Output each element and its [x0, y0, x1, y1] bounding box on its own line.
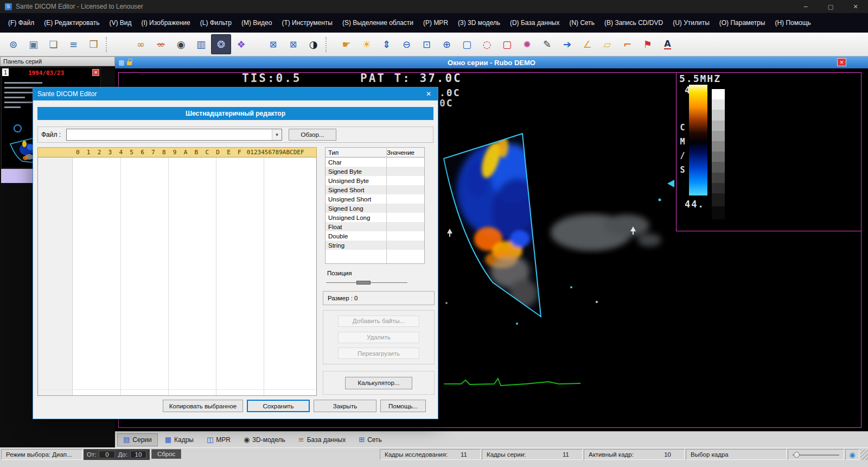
menu-item[interactable]: (I) Изображение [136, 13, 195, 33]
menu-item[interactable]: (N) Сеть [564, 13, 599, 33]
text-tool-button[interactable]: A [658, 34, 678, 54]
edit-database-icon: ≡ [69, 40, 78, 49]
flip-vertical-icon: ⊠ [290, 40, 297, 49]
close-icon[interactable]: ✕ [843, 0, 868, 13]
menu-item[interactable]: (V) Вид [104, 13, 136, 33]
arrow-tool-button[interactable]: ➔ [557, 34, 577, 54]
flip-horizontal-button[interactable]: ⊠ [263, 34, 283, 54]
zoom-region-button[interactable]: ⊡ [417, 34, 437, 54]
menu-item[interactable]: (H) Помощь [770, 13, 815, 33]
text-tool-icon: A [664, 40, 671, 49]
slider-thumb[interactable] [356, 281, 371, 285]
tab-mpr[interactable]: ◫ MPR [201, 433, 237, 446]
network-globe-icon[interactable]: ◉ [845, 449, 859, 460]
frame-select-slider[interactable] [788, 449, 844, 460]
range-to-value[interactable]: 10 [130, 451, 146, 458]
overlay-text-fragment: 0C [439, 97, 454, 109]
aperture-icon: ❂ [217, 40, 225, 49]
pan-hand-button[interactable]: ☛ [336, 34, 356, 54]
select-rect-red-button[interactable]: ▢ [497, 34, 517, 54]
reset-button[interactable]: Сброс [151, 449, 181, 459]
link-series-button[interactable]: ∞ [131, 34, 151, 54]
tab-network[interactable]: ⊞ Сеть [353, 433, 388, 446]
eraser-tool-button[interactable]: ▱ [597, 34, 617, 54]
thumbnail-close-icon[interactable]: ✕ [92, 69, 99, 76]
close-button[interactable]: Закрыть [314, 400, 376, 412]
menu-item[interactable]: (F) Файл [3, 13, 39, 33]
maximize-icon[interactable]: ▢ [818, 0, 843, 13]
flag-tool-button[interactable]: ⚑ [637, 34, 658, 54]
toolbar-handle[interactable] [326, 37, 328, 52]
zoom-in-button[interactable]: ⊕ [437, 34, 457, 54]
copy-selected-button[interactable]: Копировать выбранное [163, 400, 243, 412]
menu-item[interactable]: (3) 3D модель [453, 13, 505, 33]
value-table-row: Unsigned Long [326, 213, 424, 222]
zoom-out-button[interactable]: ⊖ [397, 34, 417, 54]
tab-3d-model[interactable]: ◉ 3D-модель [238, 433, 291, 446]
menu-item[interactable]: (M) Видео [237, 13, 277, 33]
menu-item[interactable]: (D) База данных [505, 13, 564, 33]
tab-frames[interactable]: ▦ Кадры [159, 433, 200, 446]
menu-item[interactable]: (T) Инструменты [277, 13, 337, 33]
add-bytes-button[interactable]: Добавить байты... [338, 315, 419, 327]
status-study-frames: Кадры исследования: 11 [380, 449, 481, 460]
menu-item[interactable]: (P) MPR [418, 13, 453, 33]
export-image-button[interactable]: ❏ [43, 34, 63, 54]
chevron-down-icon[interactable]: ▾ [272, 129, 282, 140]
range-from-value[interactable]: 0 [99, 451, 115, 458]
save-study-button[interactable]: ▣ [23, 34, 43, 54]
dialog-titlebar[interactable]: Sante DICOM Editor ✕ [33, 87, 438, 100]
reload-button[interactable]: Перезагрузить [338, 348, 419, 359]
menu-item[interactable]: (L) Фильтр [195, 13, 237, 33]
status-selection-mode: Режим выбора: Диап... [1, 449, 82, 460]
flip-vertical-button[interactable]: ⊠ [283, 34, 303, 54]
zoom-out-icon: ⊖ [403, 40, 411, 49]
brightness-button[interactable]: ☀ [356, 34, 376, 54]
line-tool-button[interactable]: ✎ [537, 34, 557, 54]
aperture-button[interactable]: ❂ [211, 34, 231, 54]
unlink-series-button[interactable]: ∞ [151, 34, 171, 54]
menu-item[interactable]: (U) Утилиты [668, 13, 714, 33]
value-table-row: Unsigned Short [326, 194, 424, 204]
save-button[interactable]: Сохранить [247, 400, 310, 412]
resize-grip[interactable] [860, 449, 868, 460]
series-window-close-icon[interactable]: ✕ [837, 58, 846, 66]
edit-database-button[interactable]: ≡ [63, 34, 84, 54]
corner-tool-button[interactable]: ⌐ [617, 34, 637, 54]
minimize-icon[interactable]: − [793, 0, 818, 13]
calculator-button[interactable]: Калькулятор... [345, 377, 412, 389]
pan-hand-icon: ☛ [342, 40, 350, 49]
menu-item[interactable]: (E) Редактировать [39, 13, 104, 33]
file-combo[interactable]: ▾ [66, 129, 282, 141]
hex-editor-dialog: Sante DICOM Editor ✕ Шестнадцатеричный р… [33, 87, 438, 419]
menu-item[interactable]: (S) Выделение области [337, 13, 418, 33]
file-combo-input[interactable] [67, 129, 272, 140]
tab-series[interactable]: ▤ Серии [117, 433, 158, 446]
arrow-tool-icon: ➔ [563, 40, 571, 49]
browse-button[interactable]: Обзор... [289, 129, 336, 141]
toolbar-handle[interactable] [106, 37, 108, 52]
color-sphere-button[interactable]: ✹ [517, 34, 537, 54]
delete-button[interactable]: Удалить [338, 332, 419, 343]
position-slider[interactable] [326, 281, 407, 285]
invert-image-button[interactable]: ◑ [303, 34, 323, 54]
palette-button[interactable]: ❖ [231, 34, 251, 54]
hex-grid[interactable] [37, 157, 317, 396]
overlay-eye-button[interactable]: ◉ [171, 34, 191, 54]
tab-database[interactable]: ≡ База данных [292, 433, 352, 446]
open-study-button[interactable]: ⊚ [3, 34, 23, 54]
menu-item[interactable]: (B) Запись CD/DVD [599, 13, 668, 33]
angle-tool-button[interactable]: ∠ [577, 34, 597, 54]
select-ellipse-button[interactable]: ◌ [477, 34, 497, 54]
velocity-scale-bottom: 44. [685, 199, 705, 210]
window-level-button[interactable]: ⇕ [376, 34, 397, 54]
clipboard-button[interactable]: ❒ [84, 34, 104, 54]
dialog-close-icon[interactable]: ✕ [419, 87, 438, 100]
slider-thumb[interactable] [794, 452, 800, 458]
select-rect-button[interactable]: ▢ [457, 34, 477, 54]
series-window-titlebar: ▦ Окно серии - Rubo DEMO ✕ [115, 56, 868, 68]
compare-columns-button[interactable]: ▥ [191, 34, 211, 54]
status-range-controls: От: 0 До: 10 [84, 449, 150, 460]
help-button[interactable]: Помощь... [380, 400, 426, 412]
menu-item[interactable]: (O) Параметры [714, 13, 770, 33]
